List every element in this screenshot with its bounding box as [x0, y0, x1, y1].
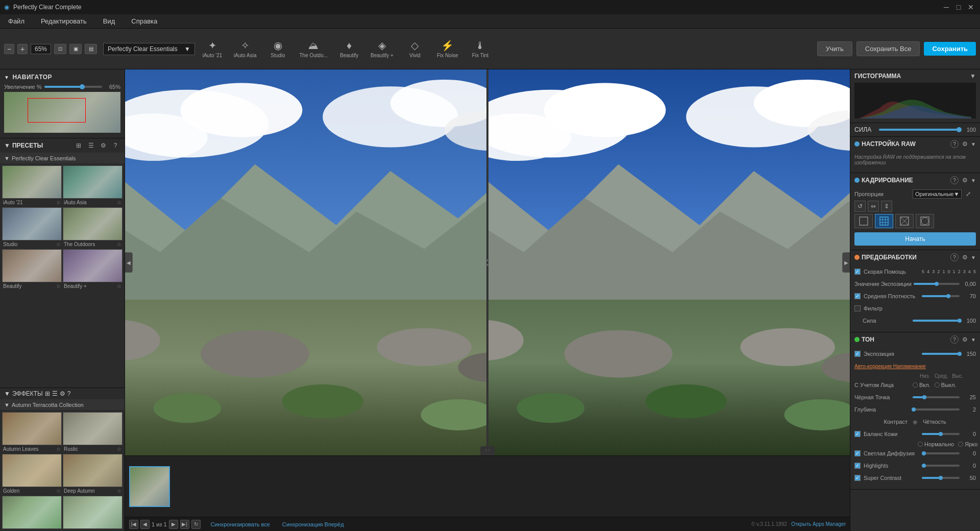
effect-star-rustic[interactable]: ☆ [117, 446, 121, 452]
right-panel-collapse[interactable]: ▶ [842, 252, 850, 273]
skin-normal[interactable]: Нормально [918, 441, 954, 447]
preset-selector[interactable]: Perfectly Clear Essentials ▼ [103, 43, 195, 55]
preset-item-iautoasia[interactable]: iAuto Asia ☆ [63, 165, 122, 206]
zoom-out-button[interactable]: − [4, 44, 14, 54]
menu-help[interactable]: Справка [127, 15, 161, 27]
tone-collapse[interactable]: ▼ [971, 337, 976, 343]
preset-star-beautify[interactable]: ☆ [56, 283, 61, 289]
preset-star-iautoasia[interactable]: ☆ [117, 200, 121, 205]
force-slider[interactable] [913, 320, 960, 322]
diffuse-slider[interactable] [922, 452, 960, 454]
navigator-header[interactable]: ▼ НАВИГАТОР [0, 71, 125, 83]
tone-exposure-slider[interactable] [922, 353, 960, 355]
preprocess-collapse[interactable]: ▼ [971, 255, 976, 260]
toolbar-preset-iauto21[interactable]: ✦ iAuto '21 [197, 37, 228, 60]
tone-help[interactable]: ? [950, 335, 959, 344]
crop-grid-none[interactable] [854, 214, 873, 228]
crop-proportion-dropdown[interactable]: Оригинальные ▼ [913, 189, 962, 199]
crop-rotate-left[interactable]: ↺ [854, 201, 866, 212]
toolbar-preset-fixtint[interactable]: 🌡 Fix Tint [465, 38, 496, 60]
crop-header[interactable]: КАДРИРОВАНИЕ ? ⚙ ▼ [850, 173, 980, 187]
raw-gear[interactable]: ⚙ [961, 140, 969, 148]
effect-star-deepautumn[interactable]: ☆ [117, 488, 121, 494]
crop-flip-h[interactable]: ⇔ [868, 201, 879, 212]
quick-help-checkbox[interactable]: ✓ [854, 269, 861, 275]
preprocess-header[interactable]: ПРЕДОБРАБОТКИ ? ⚙ ▼ [850, 250, 980, 264]
super-slider[interactable] [922, 477, 960, 479]
exposure-slider[interactable] [914, 283, 960, 285]
face-off[interactable]: Выкл. [935, 382, 957, 388]
diffuse-checkbox[interactable]: ✓ [854, 450, 861, 456]
effect-item-rustic[interactable]: Rustic ☆ [63, 412, 122, 453]
toolbar-preset-studio[interactable]: ◉ Studio [262, 37, 293, 60]
skin-checkbox[interactable]: ✓ [854, 431, 861, 437]
density-checkbox[interactable]: ✓ [854, 293, 861, 299]
effect-item-autumn[interactable]: Autumn Leaves ☆ [2, 412, 62, 453]
black-slider[interactable] [913, 396, 960, 398]
split-divider[interactable] [486, 69, 488, 455]
left-panel-collapse[interactable]: ◀ [125, 252, 133, 273]
menu-file[interactable]: Файл [4, 15, 29, 27]
save-button[interactable]: Сохранить [924, 42, 976, 56]
auto-link[interactable]: Авто-коррекция Напоминание [854, 364, 926, 369]
effects-grid-view[interactable]: ⊞ [45, 390, 50, 397]
zoom-in-button[interactable]: + [17, 44, 28, 54]
face-on[interactable]: Вкл. [913, 382, 930, 388]
effect-group-header[interactable]: ▼ Autumn Terracotta Collection [0, 400, 125, 410]
maximize-button[interactable]: □ [953, 2, 964, 12]
highlights-checkbox[interactable]: ✓ [854, 463, 861, 469]
preset-item-beautify[interactable]: Beautify ☆ [2, 249, 62, 290]
preset-item-iauto21[interactable]: iAuto '21 ☆ [2, 165, 62, 206]
toolbar-preset-fixnoise[interactable]: ⚡ Fix Noise [432, 37, 463, 60]
preset-star-iauto21[interactable]: ☆ [56, 200, 61, 205]
preset-star-outdoors[interactable]: ☆ [117, 242, 121, 247]
skin-vivid[interactable]: Ярко [958, 441, 977, 447]
toolbar-preset-beautifyplus[interactable]: ◈ Beautify + [366, 37, 398, 60]
menu-view[interactable]: Вид [99, 15, 119, 27]
save-all-button[interactable]: Сохранить Все [856, 41, 920, 56]
nav-last[interactable]: ▶| [180, 520, 189, 529]
effects-help[interactable]: ? [67, 390, 71, 397]
navigator-preview-rect[interactable] [28, 98, 86, 123]
sync-all-button[interactable]: Синхронизировать все [209, 520, 272, 528]
toolbar-preset-outdoors[interactable]: ⛰ The Outdo... [295, 38, 332, 60]
open-apps-button[interactable]: Открыть Apps Manager [791, 521, 846, 527]
zoom-slider[interactable] [44, 86, 102, 88]
raw-help[interactable]: ? [950, 140, 959, 148]
crop-grid-circle[interactable] [916, 214, 934, 228]
filter-checkbox[interactable] [854, 305, 861, 311]
preset-group-header[interactable]: ▼ Perfectly Clear Essentials [0, 153, 125, 163]
crop-grid-diagonal[interactable] [895, 214, 914, 228]
filmstrip-thumb-1[interactable] [129, 466, 170, 507]
raw-collapse[interactable]: ▼ [971, 141, 976, 147]
crop-start-button[interactable]: Начать [854, 232, 976, 246]
depth-slider[interactable] [913, 408, 960, 411]
presets-settings[interactable]: ⚙ [98, 140, 108, 151]
preset-star-studio[interactable]: ☆ [56, 242, 61, 247]
learn-button[interactable]: Учить [817, 41, 852, 56]
preset-item-studio[interactable]: Studio ☆ [2, 207, 62, 248]
crop-flip-v[interactable]: ⇕ [881, 201, 892, 212]
fit-button[interactable]: ⊡ [54, 44, 66, 54]
menu-edit[interactable]: Редактировать [37, 15, 91, 27]
effect-item-deepautumn[interactable]: Deep Autumn ☆ [63, 454, 122, 495]
minimize-button[interactable]: ─ [941, 2, 951, 12]
effects-settings[interactable]: ⚙ [60, 390, 65, 397]
preset-star-beautifyplus[interactable]: ☆ [117, 283, 121, 289]
close-button[interactable]: ✕ [966, 2, 976, 12]
effect-star-autumn[interactable]: ☆ [56, 446, 61, 452]
nav-refresh[interactable]: ↻ [191, 520, 201, 529]
view-mode-1[interactable]: ▣ [69, 44, 82, 54]
sync-forward-button[interactable]: Синхронизация Вперёд [280, 520, 346, 528]
nav-first[interactable]: |◀ [129, 520, 138, 529]
tone-gear[interactable]: ⚙ [961, 335, 969, 344]
crop-grid-thirds[interactable] [875, 214, 893, 228]
density-slider[interactable] [922, 295, 960, 297]
view-mode-2[interactable]: ▤ [85, 44, 97, 54]
effect-item-6[interactable] [63, 496, 122, 531]
skin-slider[interactable] [922, 433, 960, 435]
crop-help[interactable]: ? [950, 176, 959, 184]
toolbar-preset-beautify[interactable]: ♦ Beautify [334, 38, 364, 60]
presets-grid-view[interactable]: ⊞ [74, 140, 84, 151]
effects-list-view[interactable]: ☰ [52, 390, 58, 397]
